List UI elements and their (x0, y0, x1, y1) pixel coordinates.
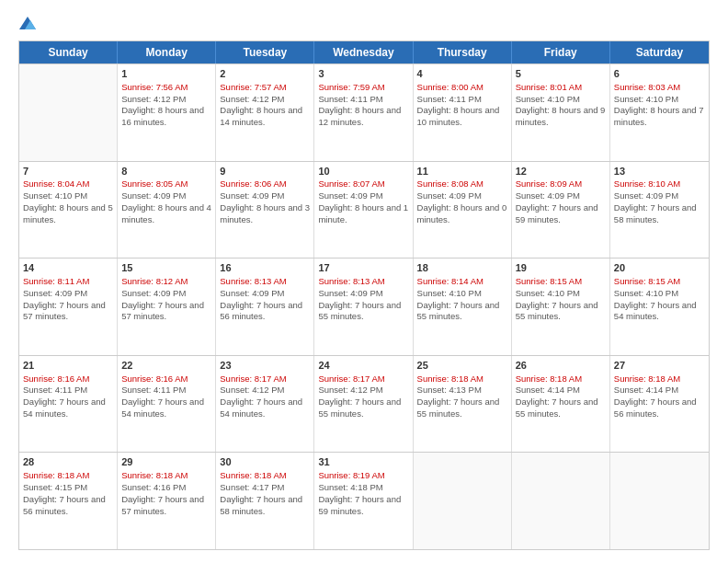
sunset-text: Sunset: 4:09 PM (318, 288, 382, 298)
daylight-text: Daylight: 7 hours and 56 minutes. (220, 300, 302, 322)
calendar-cell: 20Sunrise: 8:15 AMSunset: 4:10 PMDayligh… (610, 259, 709, 355)
daylight-text: Daylight: 7 hours and 59 minutes. (318, 494, 401, 516)
sunset-text: Sunset: 4:16 PM (121, 482, 186, 492)
day-number: 11 (417, 165, 507, 178)
sunset-text: Sunset: 4:09 PM (23, 288, 87, 298)
sunset-text: Sunset: 4:09 PM (220, 288, 284, 298)
day-number: 13 (614, 165, 705, 178)
day-number: 5 (516, 67, 606, 81)
day-number: 20 (614, 261, 705, 275)
calendar-cell: 19Sunrise: 8:15 AMSunset: 4:10 PMDayligh… (512, 259, 610, 355)
sunrise-text: Sunrise: 8:04 AM (23, 178, 89, 189)
day-number: 14 (23, 261, 113, 275)
daylight-text: Daylight: 7 hours and 54 minutes. (23, 396, 106, 419)
sunrise-text: Sunrise: 8:05 AM (121, 178, 188, 189)
day-number: 18 (417, 261, 507, 275)
calendar-cell: 27Sunrise: 8:18 AMSunset: 4:14 PMDayligh… (610, 356, 709, 453)
col-tuesday: Tuesday (216, 41, 314, 63)
sunset-text: Sunset: 4:10 PM (23, 190, 87, 201)
logo-icon (19, 17, 36, 29)
day-number: 15 (121, 261, 211, 275)
sunset-text: Sunset: 4:11 PM (318, 94, 382, 104)
calendar-cell: 4Sunrise: 8:00 AMSunset: 4:11 PMDaylight… (414, 64, 512, 161)
sunset-text: Sunset: 4:11 PM (417, 94, 482, 104)
calendar-cell: 12Sunrise: 8:09 AMSunset: 4:09 PMDayligh… (512, 162, 610, 259)
calendar-cell: 9Sunrise: 8:06 AMSunset: 4:09 PMDaylight… (216, 162, 314, 259)
daylight-text: Daylight: 7 hours and 54 minutes. (220, 396, 302, 419)
col-wednesday: Wednesday (314, 41, 413, 63)
sunrise-text: Sunrise: 8:18 AM (23, 470, 89, 480)
calendar-cell: 25Sunrise: 8:18 AMSunset: 4:13 PMDayligh… (414, 356, 512, 453)
header (18, 17, 710, 31)
daylight-text: Daylight: 8 hours and 10 minutes. (417, 105, 500, 127)
day-number: 12 (516, 165, 606, 178)
calendar-cell (512, 453, 610, 549)
day-number: 3 (318, 67, 408, 81)
calendar-row-3: 21Sunrise: 8:16 AMSunset: 4:11 PMDayligh… (19, 355, 709, 453)
calendar-cell: 24Sunrise: 8:17 AMSunset: 4:12 PMDayligh… (314, 356, 413, 453)
day-number: 7 (23, 165, 113, 178)
daylight-text: Daylight: 7 hours and 57 minutes. (23, 300, 106, 322)
day-number: 23 (220, 359, 310, 373)
sunrise-text: Sunrise: 8:18 AM (121, 470, 188, 480)
calendar-cell: 14Sunrise: 8:11 AMSunset: 4:09 PMDayligh… (19, 259, 118, 355)
sunrise-text: Sunrise: 8:01 AM (516, 82, 582, 92)
sunset-text: Sunset: 4:09 PM (614, 190, 678, 201)
daylight-text: Daylight: 7 hours and 54 minutes. (121, 396, 204, 419)
sunrise-text: Sunrise: 7:56 AM (121, 82, 188, 92)
daylight-text: Daylight: 8 hours and 3 minutes. (220, 202, 310, 224)
calendar-cell: 5Sunrise: 8:01 AMSunset: 4:10 PMDaylight… (512, 64, 610, 161)
calendar-row-1: 7Sunrise: 8:04 AMSunset: 4:10 PMDaylight… (19, 161, 709, 259)
calendar-cell: 6Sunrise: 8:03 AMSunset: 4:10 PMDaylight… (610, 64, 709, 161)
daylight-text: Daylight: 7 hours and 57 minutes. (121, 494, 204, 516)
daylight-text: Daylight: 7 hours and 56 minutes. (614, 396, 697, 419)
calendar-cell: 21Sunrise: 8:16 AMSunset: 4:11 PMDayligh… (19, 356, 118, 453)
calendar-cell: 3Sunrise: 7:59 AMSunset: 4:11 PMDaylight… (314, 64, 413, 161)
calendar-cell: 10Sunrise: 8:07 AMSunset: 4:09 PMDayligh… (314, 162, 413, 259)
day-number: 6 (614, 67, 705, 81)
daylight-text: Daylight: 8 hours and 9 minutes. (516, 105, 606, 127)
day-number: 10 (318, 165, 408, 178)
sunset-text: Sunset: 4:09 PM (220, 190, 284, 201)
sunset-text: Sunset: 4:14 PM (516, 385, 580, 395)
sunrise-text: Sunrise: 8:07 AM (318, 178, 384, 189)
sunset-text: Sunset: 4:17 PM (220, 482, 284, 492)
calendar-cell: 7Sunrise: 8:04 AMSunset: 4:10 PMDaylight… (19, 162, 118, 259)
day-number: 8 (121, 165, 211, 178)
daylight-text: Daylight: 8 hours and 4 minutes. (121, 202, 211, 224)
sunset-text: Sunset: 4:12 PM (318, 385, 382, 395)
day-number: 21 (23, 359, 113, 373)
sunset-text: Sunset: 4:12 PM (121, 94, 186, 104)
daylight-text: Daylight: 7 hours and 56 minutes. (23, 494, 106, 516)
col-sunday: Sunday (19, 41, 118, 63)
calendar-row-0: 1Sunrise: 7:56 AMSunset: 4:12 PMDaylight… (19, 63, 709, 161)
sunrise-text: Sunrise: 8:00 AM (417, 82, 483, 92)
sunrise-text: Sunrise: 8:17 AM (318, 373, 384, 384)
daylight-text: Daylight: 8 hours and 16 minutes. (121, 105, 204, 127)
logo (18, 17, 36, 31)
calendar-cell: 2Sunrise: 7:57 AMSunset: 4:12 PMDaylight… (216, 64, 314, 161)
sunrise-text: Sunrise: 7:59 AM (318, 82, 384, 92)
col-friday: Friday (512, 41, 610, 63)
daylight-text: Daylight: 7 hours and 58 minutes. (220, 494, 302, 516)
sunset-text: Sunset: 4:09 PM (121, 190, 186, 201)
daylight-text: Daylight: 8 hours and 5 minutes. (23, 202, 113, 224)
day-number: 9 (220, 165, 310, 178)
calendar-cell: 1Sunrise: 7:56 AMSunset: 4:12 PMDaylight… (118, 64, 216, 161)
sunset-text: Sunset: 4:15 PM (23, 482, 87, 492)
day-number: 19 (516, 261, 606, 275)
calendar-cell: 22Sunrise: 8:16 AMSunset: 4:11 PMDayligh… (118, 356, 216, 453)
calendar-cell: 30Sunrise: 8:18 AMSunset: 4:17 PMDayligh… (216, 453, 314, 549)
sunrise-text: Sunrise: 8:18 AM (220, 470, 286, 480)
daylight-text: Daylight: 8 hours and 0 minutes. (417, 202, 507, 224)
calendar-cell: 15Sunrise: 8:12 AMSunset: 4:09 PMDayligh… (118, 259, 216, 355)
sunrise-text: Sunrise: 8:13 AM (220, 276, 286, 286)
sunset-text: Sunset: 4:09 PM (318, 190, 382, 201)
calendar-cell (414, 453, 512, 549)
day-number: 1 (121, 67, 211, 81)
sunset-text: Sunset: 4:10 PM (516, 288, 580, 298)
sunset-text: Sunset: 4:10 PM (417, 288, 482, 298)
daylight-text: Daylight: 7 hours and 54 minutes. (614, 300, 697, 322)
sunset-text: Sunset: 4:12 PM (220, 94, 284, 104)
daylight-text: Daylight: 7 hours and 59 minutes. (516, 202, 598, 224)
